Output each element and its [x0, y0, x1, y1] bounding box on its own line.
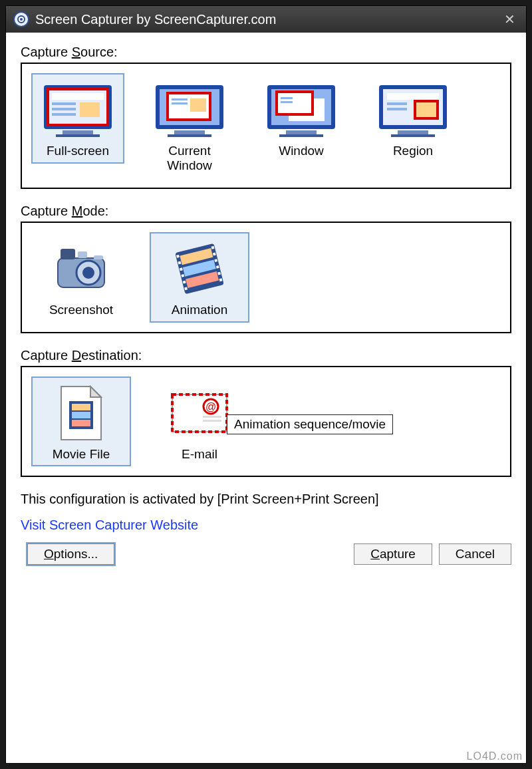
- svg-rect-62: [72, 404, 90, 410]
- monitor-current-window-icon: [153, 80, 226, 140]
- client-area: Capture Source:: [6, 33, 526, 574]
- destination-section-label: Capture Destination:: [21, 348, 511, 363]
- svg-rect-41: [78, 251, 87, 258]
- mode-screenshot[interactable]: Screenshot: [31, 232, 131, 323]
- svg-rect-18: [190, 98, 206, 112]
- svg-rect-7: [52, 102, 76, 105]
- svg-rect-64: [72, 420, 90, 426]
- tile-label: Animation: [172, 303, 228, 317]
- monitor-region-icon: [376, 80, 450, 140]
- svg-rect-26: [281, 101, 293, 103]
- app-icon: [13, 11, 30, 28]
- svg-rect-32: [387, 102, 407, 105]
- movie-file-icon: [45, 383, 118, 443]
- svg-rect-16: [172, 98, 188, 100]
- animation-tooltip: Animation sequence/movie: [227, 414, 393, 434]
- svg-rect-12: [56, 134, 100, 137]
- watermark: LO4D.com: [467, 750, 523, 762]
- svg-rect-33: [387, 108, 407, 110]
- svg-rect-35: [398, 130, 428, 134]
- svg-rect-63: [72, 412, 90, 418]
- close-button[interactable]: ✕: [500, 11, 519, 27]
- tile-label: Region: [393, 144, 433, 158]
- svg-rect-9: [52, 113, 76, 116]
- cancel-button[interactable]: Cancel: [439, 543, 511, 565]
- svg-rect-17: [172, 102, 188, 104]
- button-row: Options... Capture Cancel: [21, 543, 511, 565]
- svg-rect-25: [281, 97, 293, 99]
- options-button[interactable]: Options...: [27, 543, 114, 565]
- mode-animation[interactable]: Animation: [150, 232, 249, 323]
- svg-rect-11: [63, 130, 93, 134]
- monitor-full-icon: [41, 80, 114, 140]
- svg-rect-31: [387, 93, 439, 100]
- mode-panel: Screenshot: [21, 222, 511, 333]
- svg-rect-40: [61, 249, 75, 259]
- svg-text:@: @: [205, 401, 216, 412]
- tile-label: Window: [279, 144, 324, 158]
- svg-rect-69: [203, 416, 221, 418]
- tile-label: Current Window: [148, 144, 231, 173]
- svg-rect-28: [279, 134, 323, 137]
- svg-marker-60: [90, 386, 101, 397]
- source-window[interactable]: Window: [255, 73, 348, 164]
- svg-rect-6: [52, 93, 104, 100]
- website-link[interactable]: Visit Screen Capturer Website: [21, 518, 198, 533]
- source-full-screen[interactable]: Full-screen: [31, 73, 124, 164]
- svg-point-39: [82, 267, 94, 279]
- source-region[interactable]: Region: [366, 73, 460, 164]
- titlebar: Screen Capturer by ScreenCapturer.com ✕: [6, 6, 526, 33]
- tile-label: Full-screen: [47, 144, 109, 158]
- svg-rect-34: [415, 101, 438, 118]
- svg-rect-10: [80, 102, 100, 117]
- source-current-window[interactable]: Current Window: [143, 73, 236, 178]
- svg-rect-42: [94, 255, 103, 259]
- svg-point-2: [20, 18, 23, 21]
- svg-rect-8: [52, 108, 76, 110]
- capture-button[interactable]: Capture: [354, 543, 432, 565]
- monitor-window-icon: [265, 80, 338, 140]
- window-title: Screen Capturer by ScreenCapturer.com: [35, 12, 500, 27]
- film-icon: [163, 239, 236, 299]
- camera-icon: [45, 239, 118, 299]
- source-panel: Full-screen: [21, 63, 511, 189]
- source-section-label: Capture Source:: [21, 45, 511, 60]
- destination-movie-file[interactable]: Movie File: [31, 377, 131, 467]
- svg-rect-65: [172, 394, 227, 432]
- svg-rect-70: [203, 420, 221, 422]
- svg-rect-36: [391, 134, 435, 137]
- svg-rect-20: [168, 134, 211, 137]
- email-icon: @: [163, 383, 236, 443]
- app-window: Screen Capturer by ScreenCapturer.com ✕ …: [5, 5, 527, 764]
- mode-section-label: Capture Mode:: [21, 204, 511, 219]
- hotkey-status: This configuration is activated by [Prin…: [21, 492, 511, 507]
- tile-label: Movie File: [53, 447, 110, 462]
- svg-rect-27: [286, 130, 317, 134]
- tile-label: Screenshot: [49, 303, 113, 317]
- tile-label: E-mail: [182, 447, 217, 462]
- svg-rect-19: [174, 130, 205, 134]
